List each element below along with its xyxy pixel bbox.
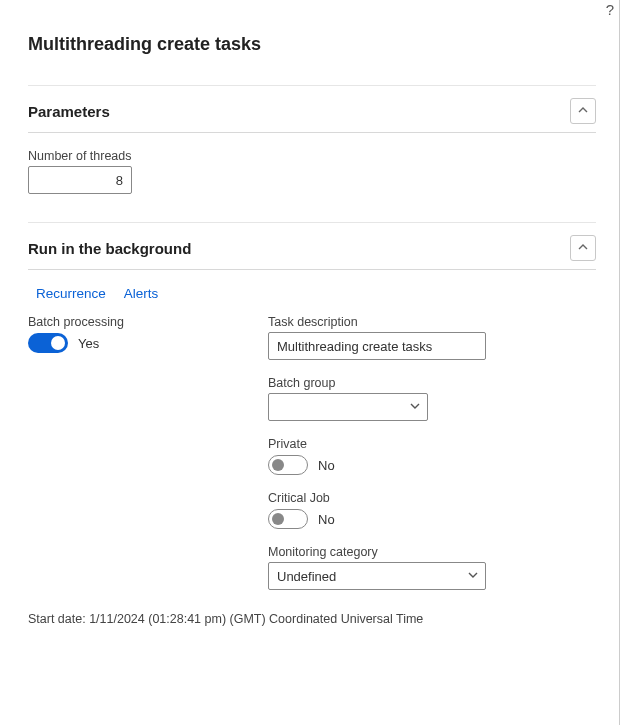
critical-label: Critical Job — [268, 491, 596, 505]
pane-right-border — [619, 0, 620, 725]
task-description-input[interactable] — [268, 332, 486, 360]
start-date-text: Start date: 1/11/2024 (01:28:41 pm) (GMT… — [28, 612, 596, 626]
batch-group-select[interactable] — [268, 393, 428, 421]
field-critical: Critical Job No — [268, 491, 596, 529]
monitoring-label: Monitoring category — [268, 545, 596, 559]
collapse-button-background[interactable] — [570, 235, 596, 261]
monitoring-select-wrap: Undefined — [268, 562, 486, 590]
collapse-button-parameters[interactable] — [570, 98, 596, 124]
private-toggle[interactable] — [268, 455, 308, 475]
batch-group-label: Batch group — [268, 376, 596, 390]
critical-value: No — [318, 512, 335, 527]
col-left: Batch processing Yes — [28, 315, 238, 606]
section-background: Run in the background Recurrence Alerts … — [28, 222, 596, 638]
background-fields: Batch processing Yes Task description Ba… — [28, 315, 596, 606]
section-header-parameters: Parameters — [28, 98, 596, 124]
chevron-up-icon — [578, 242, 588, 254]
batch-processing-label: Batch processing — [28, 315, 238, 329]
field-batch-processing: Batch processing Yes — [28, 315, 238, 353]
batch-processing-toggle-wrap: Yes — [28, 333, 238, 353]
critical-toggle[interactable] — [268, 509, 308, 529]
threads-input[interactable] — [28, 166, 132, 194]
page-title: Multithreading create tasks — [28, 34, 596, 55]
col-right: Task description Batch group — [268, 315, 596, 606]
section-title-parameters: Parameters — [28, 103, 110, 120]
chevron-up-icon — [578, 105, 588, 117]
divider — [28, 269, 596, 270]
threads-label: Number of threads — [28, 149, 596, 163]
field-private: Private No — [268, 437, 596, 475]
critical-toggle-wrap: No — [268, 509, 596, 529]
field-monitoring: Monitoring category Undefined — [268, 545, 596, 590]
help-icon[interactable]: ? — [606, 1, 614, 18]
field-batch-group: Batch group — [268, 376, 596, 421]
section-parameters: Parameters Number of threads — [28, 85, 596, 222]
toggle-knob — [272, 513, 284, 525]
field-task-description: Task description — [268, 315, 596, 360]
batch-group-select-wrap — [268, 393, 428, 421]
divider — [28, 132, 596, 133]
tab-recurrence[interactable]: Recurrence — [36, 286, 106, 301]
page-container: Multithreading create tasks Parameters N… — [0, 0, 624, 638]
section-title-background: Run in the background — [28, 240, 191, 257]
tab-alerts[interactable]: Alerts — [124, 286, 159, 301]
section-header-background: Run in the background — [28, 235, 596, 261]
toggle-knob — [272, 459, 284, 471]
private-value: No — [318, 458, 335, 473]
toggle-knob — [51, 336, 65, 350]
monitoring-select[interactable]: Undefined — [268, 562, 486, 590]
batch-processing-value: Yes — [78, 336, 99, 351]
task-description-label: Task description — [268, 315, 596, 329]
monitoring-value: Undefined — [277, 569, 336, 584]
private-label: Private — [268, 437, 596, 451]
batch-processing-toggle[interactable] — [28, 333, 68, 353]
field-number-of-threads: Number of threads — [28, 149, 596, 194]
private-toggle-wrap: No — [268, 455, 596, 475]
tabs-bar: Recurrence Alerts — [28, 286, 596, 301]
